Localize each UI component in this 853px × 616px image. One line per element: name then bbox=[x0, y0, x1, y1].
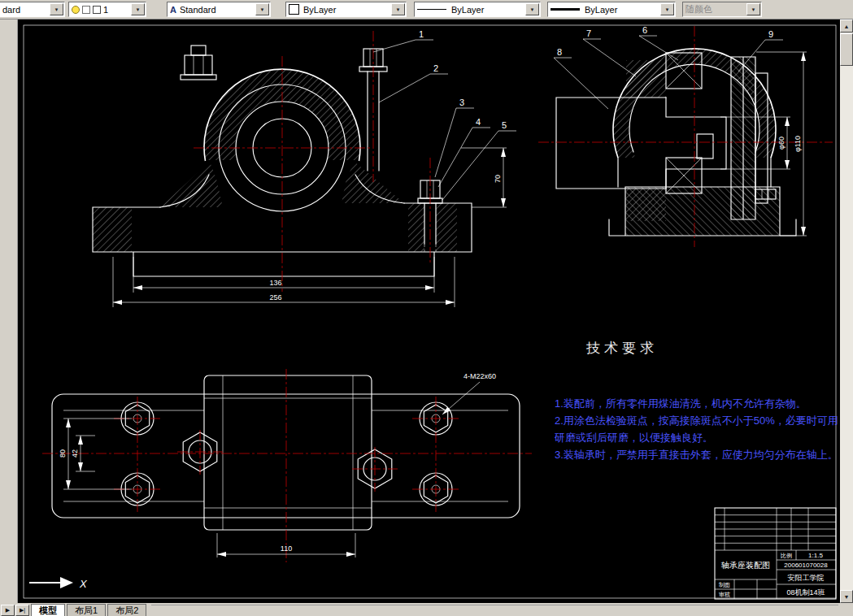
shaft bbox=[556, 98, 726, 189]
text-style-combo[interactable]: A Standard ▼ bbox=[167, 2, 271, 17]
named-view-combo[interactable]: dard ▼ bbox=[0, 2, 65, 17]
named-view-value: dard bbox=[2, 5, 20, 15]
drawing-number: 200601070028 bbox=[784, 562, 828, 569]
scale-label: 比例 bbox=[781, 553, 792, 559]
vertical-scrollbar[interactable]: ▲ ▼ bbox=[840, 20, 853, 603]
balloon-9: 9 bbox=[768, 29, 773, 39]
sheet-border bbox=[24, 25, 836, 598]
horizontal-scroll-track[interactable] bbox=[151, 605, 838, 616]
balloon-4: 4 bbox=[476, 117, 481, 127]
balloon-6: 6 bbox=[642, 25, 647, 35]
bearing bbox=[666, 53, 702, 193]
bolt-callout: 4-M22x60 bbox=[463, 372, 496, 380]
tech-requirements-title: 技术要求 bbox=[585, 341, 658, 356]
linetype-value: ByLayer bbox=[451, 5, 484, 15]
balloon-callouts: 1 2 3 4 5 6 7 8 9 bbox=[373, 25, 783, 200]
model-space-canvas[interactable]: 136 256 70 bbox=[18, 20, 840, 603]
chevron-down-icon[interactable]: ▼ bbox=[660, 3, 674, 15]
color-swatch-icon bbox=[289, 4, 299, 15]
side-view: φ60 φ110 bbox=[538, 26, 833, 247]
ucs-x-label: X bbox=[79, 578, 88, 590]
linetype-sample-icon bbox=[417, 9, 446, 10]
text-style-icon: A bbox=[170, 5, 176, 15]
current-layer-value: 1 bbox=[103, 5, 108, 15]
tech-note-1: 1.装配前，所有零件用煤油清洗，机内不允许有杂物。 bbox=[555, 397, 807, 410]
scrollbar-corner bbox=[840, 603, 853, 616]
layer-combo[interactable]: 1 ▼ bbox=[68, 2, 146, 17]
layer-freeze-icon bbox=[82, 6, 90, 14]
plot-style-combo: 随颜色 ▼ bbox=[682, 2, 762, 17]
ucs-icon: X bbox=[29, 577, 88, 590]
color-value: ByLayer bbox=[303, 5, 336, 15]
tech-requirements: 技术要求 1.装配前，所有零件用煤油清洗，机内不允许有杂物。 2.用涂色法检验斑… bbox=[554, 341, 838, 461]
lineweight-sample-icon bbox=[551, 8, 580, 11]
mounting-bolts bbox=[121, 402, 452, 505]
chevron-down-icon[interactable]: ▼ bbox=[50, 3, 63, 15]
layout-tab-bar: ▶ ▶| 模型 布局1 布局2 bbox=[0, 603, 840, 616]
lineweight-combo[interactable]: ByLayer ▼ bbox=[547, 2, 676, 17]
balloon-3: 3 bbox=[459, 98, 464, 107]
drawing-svg[interactable]: 136 256 70 bbox=[18, 20, 840, 603]
tab-layout1[interactable]: 布局1 bbox=[67, 604, 106, 616]
class-name: 08机制14班 bbox=[786, 588, 825, 596]
dim-front-height: 70 bbox=[494, 175, 502, 183]
layer-on-bulb-icon bbox=[72, 6, 80, 14]
drafter-label: 制图 bbox=[718, 582, 730, 588]
front-view: 136 256 70 bbox=[93, 31, 507, 307]
ucs-x-arrow-icon bbox=[60, 577, 73, 588]
tab-model[interactable]: 模型 bbox=[31, 604, 65, 616]
scale-value: 1:1.5 bbox=[808, 552, 823, 559]
chevron-down-icon[interactable]: ▼ bbox=[255, 3, 269, 15]
school-name: 安阳工学院 bbox=[788, 574, 825, 582]
dim-side-outer: φ110 bbox=[794, 136, 802, 152]
balloon-2: 2 bbox=[433, 63, 438, 73]
dim-front-bolt-span: 136 bbox=[269, 279, 281, 287]
dim-side-inner: φ60 bbox=[777, 137, 786, 150]
chevron-down-icon[interactable]: ▼ bbox=[391, 3, 405, 15]
chevron-down-icon: ▼ bbox=[746, 3, 760, 15]
balloon-8: 8 bbox=[557, 47, 562, 57]
scroll-up-button[interactable]: ▲ bbox=[840, 20, 853, 33]
linetype-combo[interactable]: ByLayer ▼ bbox=[414, 2, 541, 17]
dim-top-outer: 80 bbox=[59, 449, 67, 458]
scroll-down-button[interactable]: ▼ bbox=[840, 590, 853, 603]
cap-bolt bbox=[181, 46, 216, 80]
tab-layout2[interactable]: 布局2 bbox=[107, 604, 146, 616]
tech-note-2b: 研磨或刮后研磨，以便接触良好。 bbox=[554, 432, 713, 444]
text-style-value: Standard bbox=[180, 5, 216, 15]
chevron-down-icon[interactable]: ▼ bbox=[525, 3, 539, 15]
dim-front-base-width: 256 bbox=[269, 293, 281, 301]
layer-color-chip-icon bbox=[93, 6, 101, 14]
vertical-scroll-thumb[interactable] bbox=[840, 33, 853, 66]
checker-label: 审核 bbox=[719, 592, 730, 598]
drawing-title: 轴承座装配图 bbox=[720, 561, 770, 570]
tech-note-2: 2.用涂色法检验斑点，按高接除斑点不小于50%，必要时可用 bbox=[555, 414, 838, 427]
tab-nav-first-button[interactable]: ▶ bbox=[1, 605, 15, 616]
left-dock-strip bbox=[0, 20, 18, 603]
top-toolbar: dard ▼ 1 ▼ A Standard ▼ ByLayer ▼ ByLaye… bbox=[0, 0, 853, 20]
plot-style-value: 随颜色 bbox=[685, 3, 712, 15]
balloon-1: 1 bbox=[419, 29, 424, 39]
color-combo[interactable]: ByLayer ▼ bbox=[285, 2, 407, 17]
tech-note-3: 3.装轴承时，严禁用手直接击外套，应使力均匀分布在轴上。 bbox=[555, 449, 838, 461]
dim-top-inner: 42 bbox=[71, 449, 79, 458]
balloon-7: 7 bbox=[586, 28, 591, 38]
lineweight-value: ByLayer bbox=[585, 5, 617, 15]
title-block: 比例 1:1.5 200601070028 安阳工学院 08机制14班 轴承座装… bbox=[715, 508, 836, 599]
balloon-5: 5 bbox=[502, 120, 507, 130]
top-view: 110 80 42 4-M22x60 bbox=[42, 369, 532, 562]
tab-nav-last-button[interactable]: ▶| bbox=[15, 605, 29, 616]
chevron-down-icon[interactable]: ▼ bbox=[131, 3, 145, 15]
dim-top-length: 110 bbox=[281, 544, 292, 553]
